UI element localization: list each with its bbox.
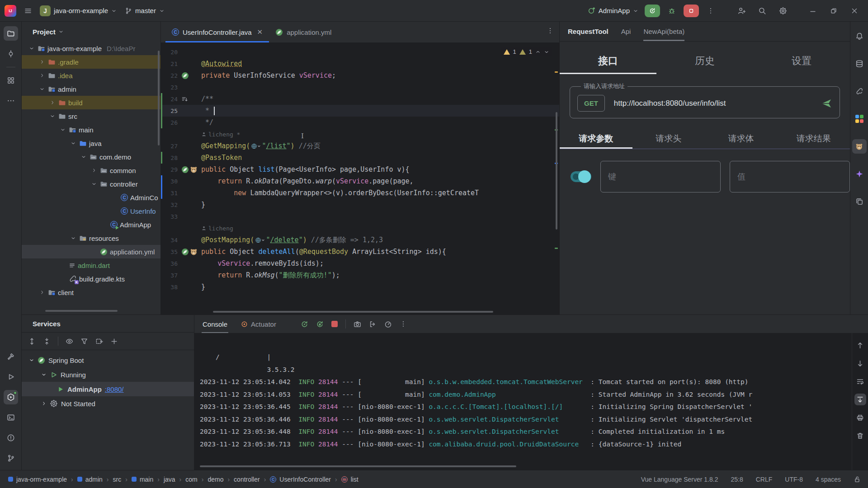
tabplus-icon[interactable] (95, 338, 103, 345)
service-item-Spring-Boot[interactable]: Spring Boot (22, 353, 194, 367)
rt-param-tab-2[interactable]: 请求体 (705, 123, 778, 149)
stripe-change-mark[interactable] (555, 248, 558, 249)
rerun-icon[interactable] (301, 320, 308, 328)
breadcrumb-com[interactable]: com (185, 476, 197, 483)
bell-icon[interactable] (852, 29, 867, 43)
send-request-icon[interactable] (821, 98, 832, 109)
editor-tab-UserInfoController.java[interactable]: CUserInfoController.java✕ (165, 22, 269, 42)
stripe-warning-mark[interactable] (555, 71, 558, 73)
project-widget[interactable]: J java-orm-example (40, 5, 117, 16)
tree-item-application.yml[interactable]: application.yml (22, 245, 160, 258)
request-url-input[interactable]: http://localhost:8080/user/info/list (614, 99, 821, 108)
stop-button[interactable] (684, 5, 699, 17)
tree-item-java-orm-example[interactable]: java-orm-exampleD:\IdeaPr (22, 42, 160, 55)
status-item[interactable]: Vue Language Server 1.8.2 (641, 476, 718, 483)
requesttool-tab-RequestTool[interactable]: RequestTool (568, 22, 609, 41)
hammer-icon[interactable] (4, 349, 18, 364)
run-config-widget[interactable]: AdminApp (588, 7, 638, 14)
window-close-button[interactable] (845, 3, 863, 19)
requesttool-tab-NewApi(beta)[interactable]: NewApi(beta) (643, 22, 684, 41)
close-tab-icon[interactable]: ✕ (257, 28, 263, 36)
git-tool-icon[interactable] (4, 451, 18, 465)
branch-widget[interactable]: master (125, 7, 165, 14)
problems-icon[interactable] (4, 431, 18, 445)
database-icon[interactable] (852, 56, 867, 71)
idea-logo-icon[interactable]: IJ (5, 5, 16, 17)
terminal-icon[interactable] (4, 410, 18, 425)
param-enabled-toggle[interactable] (571, 171, 591, 182)
status-item[interactable]: 25:8 (731, 476, 743, 483)
tree-item-java[interactable]: java (22, 136, 160, 150)
project-hscrollbar[interactable] (45, 310, 118, 312)
tree-item-.gradle[interactable]: .gradle (22, 55, 160, 69)
console-output[interactable]: / | 3.5.3.22023-11-12 23:05:14.042 INFO … (194, 333, 852, 470)
gradle-icon[interactable] (852, 84, 867, 99)
funnel-icon[interactable] (80, 338, 88, 345)
structure-icon[interactable] (4, 73, 18, 88)
param-key-input[interactable] (600, 161, 721, 192)
breadcrumb-main[interactable]: main (132, 476, 153, 483)
tree-item-common[interactable]: common (22, 164, 160, 177)
search-everywhere-button[interactable] (753, 3, 771, 19)
editor-vscrollbar[interactable] (556, 112, 557, 230)
leaf-gutter-icon[interactable] (181, 72, 189, 80)
code-with-me-button[interactable] (732, 3, 750, 19)
tree-item-resources[interactable]: resources (22, 231, 160, 245)
eye-icon[interactable] (66, 338, 73, 345)
settings-button[interactable] (774, 3, 792, 19)
rerun-button[interactable] (645, 5, 660, 17)
camera-icon[interactable] (354, 320, 361, 328)
breadcrumb-list[interactable]: mlist (341, 476, 359, 483)
tree-item-AdminApp[interactable]: CAdminApp (22, 218, 160, 231)
editor-tab-application.yml[interactable]: application.yml (269, 22, 338, 42)
more-actions-button[interactable] (702, 3, 720, 19)
tree-item-.idea[interactable]: .idea (22, 69, 160, 82)
tree-item-AdminCo[interactable]: CAdminCo (22, 191, 160, 204)
tree-item-build[interactable]: build (22, 96, 160, 109)
next-issue-icon[interactable] (544, 49, 549, 55)
inspections-widget[interactable]: 1 1 (501, 47, 552, 56)
api-animal-icon[interactable] (852, 139, 867, 154)
play-outline-icon[interactable] (4, 370, 18, 384)
console-tab-Actuator[interactable]: Actuator (240, 315, 277, 333)
service-port-link[interactable]: :8080/ (105, 385, 124, 393)
rt-param-tab-1[interactable]: 请求头 (632, 123, 705, 149)
window-restore-button[interactable] (825, 3, 843, 19)
console-hscrollbar[interactable] (200, 465, 516, 467)
prev-issue-icon[interactable] (535, 49, 541, 55)
rt-param-tab-3[interactable]: 请求结果 (778, 123, 850, 149)
status-item[interactable]: 4 spaces (816, 476, 841, 483)
stop-icon[interactable] (331, 321, 338, 327)
api-animal-gutter-icon[interactable] (190, 166, 198, 174)
http-method-button[interactable]: GET (577, 95, 605, 112)
services-hex-icon[interactable] (4, 390, 18, 404)
console-tab-Console[interactable]: Console (202, 315, 228, 333)
arrow-down-icon[interactable] (854, 357, 866, 369)
expand-icon[interactable] (28, 338, 36, 345)
lock-icon[interactable] (854, 476, 861, 483)
editor-panel[interactable]: CUserInfoController.java✕application.yml… (160, 22, 559, 314)
kebab-icon[interactable] (400, 320, 407, 328)
rt-main-tab-0[interactable]: 接口 (560, 42, 656, 74)
debug-button[interactable] (663, 3, 681, 19)
requesttool-tab-Api[interactable]: Api (621, 22, 631, 41)
exit-icon[interactable] (369, 320, 377, 328)
trash-icon[interactable] (854, 430, 866, 441)
arrow-up-icon[interactable] (854, 339, 866, 351)
tree-item-admin.dart[interactable]: admin.dart (22, 258, 160, 272)
project-vscrollbar[interactable] (158, 51, 160, 145)
leaf-gutter-icon[interactable] (181, 166, 189, 174)
tree-item-main[interactable]: main (22, 123, 160, 136)
tree-item-build.gradle.kts[interactable]: Kbuild.gradle.kts (22, 272, 160, 286)
main-menu-icon[interactable] (24, 7, 32, 14)
tree-item-UserInfo[interactable]: CUserInfo (22, 204, 160, 218)
breadcrumb-admin[interactable]: admin (77, 476, 103, 483)
param-value-input[interactable] (730, 161, 850, 192)
tree-item-com.demo[interactable]: com.demo (22, 150, 160, 164)
commit-icon[interactable] (4, 47, 18, 61)
softwrap-icon[interactable] (854, 375, 866, 387)
printer-icon[interactable] (854, 412, 866, 423)
rt-main-tab-2[interactable]: 设置 (753, 42, 850, 74)
tree-item-controller[interactable]: controller (22, 177, 160, 191)
service-item-Not-Started[interactable]: Not Started (22, 396, 194, 411)
